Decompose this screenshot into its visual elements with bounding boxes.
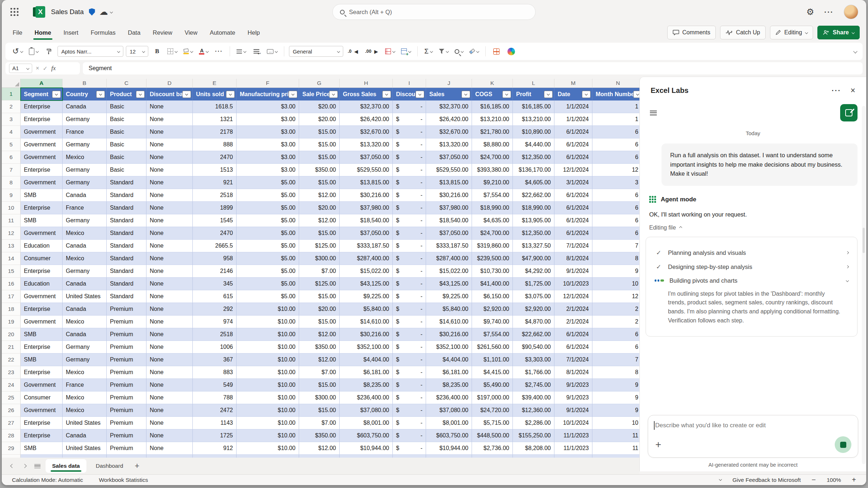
row-number[interactable]: 8 — [2, 176, 21, 189]
cell[interactable] — [513, 455, 554, 458]
cell[interactable]: Standard — [107, 252, 146, 265]
cell[interactable]: 1899 — [193, 202, 237, 214]
cell[interactable]: $- — [393, 214, 426, 227]
cell[interactable]: 8/1/2024 — [554, 252, 592, 265]
cell[interactable]: Enterprise — [21, 303, 63, 316]
cell[interactable]: $13,327.50 — [513, 240, 554, 252]
cell[interactable]: Mexico — [63, 404, 107, 417]
cell[interactable] — [146, 455, 193, 458]
cell[interactable]: $350.00 — [299, 429, 340, 442]
cell[interactable]: Basic — [107, 126, 146, 138]
cell[interactable]: $32,370.00 — [340, 100, 393, 113]
cell[interactable]: $10,944.00 — [340, 442, 393, 455]
cell[interactable]: $2,920.00 — [513, 303, 554, 316]
cell[interactable]: Mexico — [63, 366, 107, 379]
cell[interactable]: SMB — [21, 442, 63, 455]
cell[interactable]: $- — [393, 341, 426, 354]
cell[interactable]: $3.00 — [237, 126, 299, 138]
column-letter-D[interactable]: D — [146, 79, 193, 88]
cell[interactable]: $- — [393, 151, 426, 164]
cell[interactable]: 1513 — [193, 164, 237, 176]
cell[interactable]: None — [146, 341, 193, 354]
cell[interactable]: Canada — [63, 278, 107, 290]
cell[interactable]: 6 — [592, 214, 639, 227]
sheet-tab-sales-data[interactable]: Sales data — [46, 459, 86, 473]
row-number[interactable]: 23 — [2, 366, 21, 379]
cell[interactable]: $13,815.00 — [426, 176, 472, 189]
cell[interactable]: None — [146, 151, 193, 164]
header-cell[interactable]: Gross Sales — [340, 88, 393, 100]
keytips-button[interactable] — [490, 45, 503, 57]
cell[interactable]: $10.00 — [237, 379, 299, 391]
cell[interactable]: 367 — [193, 354, 237, 366]
filter-dropdown-icon[interactable] — [289, 91, 297, 98]
header-cell[interactable]: Profit — [513, 88, 554, 100]
cell[interactable]: $9,225.00 — [340, 290, 393, 303]
cell[interactable]: None — [146, 126, 193, 138]
cell[interactable]: Enterprise — [21, 417, 63, 429]
cell[interactable]: $15.00 — [299, 290, 340, 303]
cell[interactable]: None — [146, 328, 193, 341]
cell[interactable]: $4,404.00 — [426, 354, 472, 366]
cell[interactable]: None — [146, 100, 193, 113]
sheet-tab-dashboard[interactable]: Dashboard — [89, 459, 130, 473]
cell[interactable]: 8/1/2024 — [554, 366, 592, 379]
user-avatar[interactable] — [844, 5, 858, 19]
cell[interactable]: $3.00 — [237, 100, 299, 113]
cell[interactable]: $15.00 — [299, 404, 340, 417]
cell[interactable]: $22,662.00 — [513, 328, 554, 341]
cell[interactable] — [592, 455, 639, 458]
cell[interactable]: 292 — [193, 303, 237, 316]
cell[interactable] — [237, 455, 299, 458]
cell[interactable]: $350.00 — [299, 341, 340, 354]
cell[interactable]: 9 — [592, 265, 639, 278]
cell[interactable]: 2/1/2024 — [554, 316, 592, 328]
cell[interactable]: $12,350.00 — [513, 227, 554, 240]
cell[interactable]: Germany — [63, 113, 107, 126]
cell[interactable]: $- — [393, 252, 426, 265]
cell[interactable]: $7.00 — [299, 366, 340, 379]
cell[interactable]: 2518 — [193, 189, 237, 202]
filter-dropdown-icon[interactable] — [382, 91, 391, 98]
tab-help[interactable]: Help — [247, 27, 261, 38]
zoom-in-icon[interactable]: + — [852, 476, 856, 484]
header-cell[interactable]: COGS — [472, 88, 513, 100]
cell[interactable]: $10.00 — [237, 417, 299, 429]
header-cell[interactable]: Date — [554, 88, 592, 100]
cell[interactable]: $3.00 — [237, 138, 299, 151]
filter-dropdown-icon[interactable] — [182, 91, 191, 98]
filter-dropdown-icon[interactable] — [502, 91, 511, 98]
cell[interactable]: $4,415.00 — [472, 366, 513, 379]
cell[interactable]: 12 — [592, 164, 639, 176]
cell[interactable]: $236,400.00 — [340, 391, 393, 404]
cell[interactable]: United States — [63, 417, 107, 429]
header-cell[interactable]: Month Number — [592, 88, 639, 100]
cell[interactable]: Basic — [107, 151, 146, 164]
header-cell[interactable]: Discount band — [146, 88, 193, 100]
activity-toggle[interactable]: Editing file — [649, 224, 866, 231]
cell[interactable]: $47,900.00 — [513, 252, 554, 265]
cell[interactable]: $12.00 — [299, 189, 340, 202]
cell[interactable]: $7,554.00 — [472, 328, 513, 341]
cell[interactable]: $236,400.00 — [426, 391, 472, 404]
cell[interactable]: $30,216.00 — [340, 328, 393, 341]
column-letter-B[interactable]: B — [63, 79, 107, 88]
cell[interactable]: $- — [393, 265, 426, 278]
column-letter-L[interactable]: L — [513, 79, 554, 88]
column-letter-H[interactable]: H — [340, 79, 393, 88]
cell[interactable]: 2470 — [193, 227, 237, 240]
cell[interactable]: 888 — [193, 138, 237, 151]
cell[interactable]: $- — [393, 138, 426, 151]
cell[interactable]: 6 — [592, 328, 639, 341]
font-name-combo[interactable]: Aptos Narr... — [58, 46, 123, 57]
cell[interactable]: $125.00 — [299, 240, 340, 252]
cell[interactable]: 912 — [193, 442, 237, 455]
cell[interactable]: $125.00 — [299, 278, 340, 290]
cell[interactable]: $- — [393, 126, 426, 138]
alignment-button[interactable] — [235, 45, 248, 57]
column-letter-E[interactable]: E — [193, 79, 237, 88]
cell[interactable]: $12,360.00 — [513, 404, 554, 417]
tab-automate[interactable]: Automate — [209, 27, 236, 38]
cell[interactable]: $5.00 — [237, 252, 299, 265]
cell[interactable]: Basic — [107, 100, 146, 113]
